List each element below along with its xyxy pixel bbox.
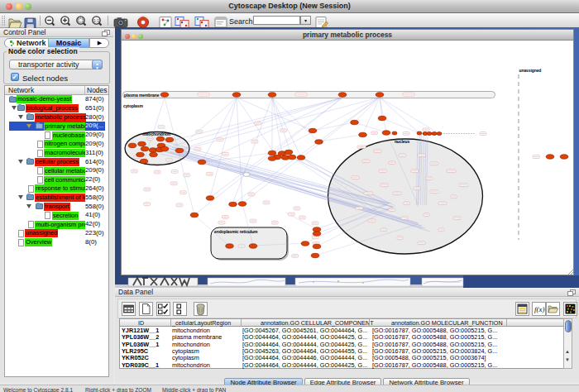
svg-text:plasma membrane: plasma membrane bbox=[124, 93, 160, 98]
svg-text:mitochondrion: mitochondrion bbox=[142, 131, 170, 136]
svg-text:unassigned: unassigned bbox=[519, 68, 542, 73]
svg-text:1:1: 1:1 bbox=[93, 18, 99, 23]
svg-text:f(x): f(x) bbox=[534, 305, 545, 313]
svg-text:endoplasmic reticulum: endoplasmic reticulum bbox=[214, 229, 258, 234]
svg-text:cytoplasm: cytoplasm bbox=[123, 103, 143, 108]
svg-text:nucleus: nucleus bbox=[395, 139, 410, 144]
